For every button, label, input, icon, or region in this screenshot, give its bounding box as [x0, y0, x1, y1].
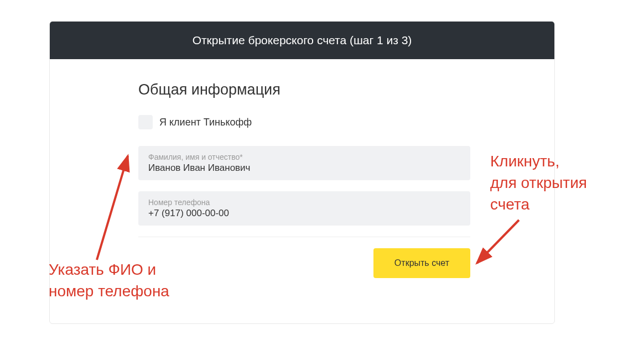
fullname-label: Фамилия, имя и отчество*: [148, 153, 460, 161]
annotation-left: Указать ФИО иномер телефона: [49, 259, 169, 302]
client-checkbox[interactable]: [138, 115, 153, 129]
form-content: Общая информация Я клиент Тинькофф Фамил…: [50, 59, 554, 278]
phone-field[interactable]: Номер телефона +7 (917) 000-00-00: [138, 191, 470, 226]
annotation-right: Кликнуть,для открытиясчета: [490, 150, 587, 216]
fullname-field[interactable]: Фамилия, имя и отчество* Иванов Иван Ива…: [138, 146, 470, 180]
client-checkbox-label: Я клиент Тинькофф: [159, 117, 252, 128]
phone-value: +7 (917) 000-00-00: [148, 208, 460, 219]
header-title: Открытие брокерского счета (шаг 1 из 3): [193, 34, 412, 46]
button-row: Открыть счет: [138, 248, 470, 278]
open-account-button[interactable]: Открыть счет: [373, 248, 470, 278]
divider: [138, 237, 470, 237]
step-header: Открытие брокерского счета (шаг 1 из 3): [50, 22, 554, 59]
fullname-value: Иванов Иван Иванович: [148, 163, 460, 174]
section-title: Общая информация: [138, 81, 510, 98]
phone-label: Номер телефона: [148, 198, 460, 207]
client-checkbox-row: Я клиент Тинькофф: [138, 115, 510, 129]
